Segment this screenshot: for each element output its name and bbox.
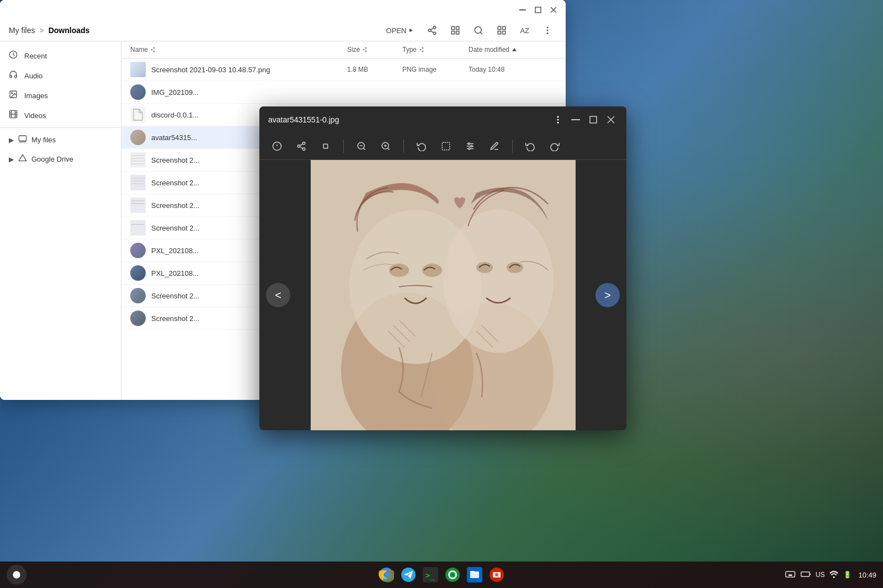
svg-point-45 xyxy=(363,49,365,51)
wifi-indicator[interactable] xyxy=(829,569,839,581)
iv-toolbar xyxy=(259,133,626,160)
iv-maximize-button[interactable] xyxy=(587,113,600,126)
sidebar-item-images[interactable]: Images xyxy=(0,85,121,105)
keyboard-layout-button[interactable] xyxy=(785,569,796,581)
svg-rect-126 xyxy=(785,571,795,577)
home-button[interactable] xyxy=(7,565,26,585)
file-thumbnail xyxy=(130,152,146,168)
draw-button[interactable] xyxy=(486,137,503,155)
svg-line-81 xyxy=(300,144,302,146)
svg-point-103 xyxy=(476,262,493,273)
svg-rect-13 xyxy=(456,31,459,34)
rotate-left-button[interactable] xyxy=(413,137,430,155)
iv-titlebar-actions xyxy=(551,113,618,126)
svg-rect-58 xyxy=(130,175,146,190)
svg-point-69 xyxy=(557,122,559,124)
drive-icon xyxy=(18,154,27,164)
col-name[interactable]: Name xyxy=(130,46,347,54)
iv-minimize-button[interactable] xyxy=(569,113,582,126)
svg-point-93 xyxy=(468,143,470,145)
sidebar-item-google-drive[interactable]: ▶ Google Drive xyxy=(0,149,121,169)
col-type[interactable]: Type xyxy=(402,46,469,54)
taskbar-app-messages[interactable] xyxy=(443,565,462,585)
file-thumbnail xyxy=(130,288,146,303)
svg-point-79 xyxy=(302,148,305,151)
svg-point-50 xyxy=(422,51,424,52)
svg-point-101 xyxy=(389,264,409,277)
artwork-sketch xyxy=(311,160,576,430)
file-manager-toolbar: My files > Downloads OPEN AZ xyxy=(0,20,566,41)
view-toggle-button[interactable] xyxy=(446,23,465,38)
minimize-button[interactable] xyxy=(517,4,528,15)
taskbar-apps: >_ xyxy=(376,565,507,585)
svg-point-125 xyxy=(495,573,498,576)
svg-rect-12 xyxy=(452,31,455,34)
sidebar-item-videos[interactable]: Videos xyxy=(0,105,121,125)
svg-point-25 xyxy=(12,93,13,94)
file-thumbnail xyxy=(130,62,146,77)
table-row[interactable]: Screenshot 2021-09-03 10.48.57.png 1.8 M… xyxy=(121,58,566,81)
locale-indicator[interactable]: US xyxy=(816,571,825,579)
file-thumbnail xyxy=(130,107,146,122)
maximize-button[interactable] xyxy=(533,4,544,15)
sidebar-item-my-files[interactable]: ▶ My files xyxy=(0,130,121,149)
file-thumbnail xyxy=(130,197,146,213)
toolbar-separator xyxy=(343,140,344,153)
taskbar-app-terminal[interactable]: >_ xyxy=(421,565,440,585)
image-viewer-titlebar: avatar5431551-0.jpg xyxy=(259,106,626,133)
svg-text:>_: >_ xyxy=(425,571,435,580)
open-button[interactable]: OPEN xyxy=(382,24,419,37)
image-viewer-window: avatar5431551-0.jpg xyxy=(259,106,626,430)
search-button[interactable] xyxy=(469,23,488,38)
next-image-button[interactable]: > xyxy=(595,283,620,307)
svg-rect-17 xyxy=(503,26,506,29)
svg-rect-70 xyxy=(571,119,580,120)
file-thumbnail xyxy=(130,130,146,145)
svg-line-83 xyxy=(363,148,365,149)
sidebar-label-recent: Recent xyxy=(24,52,47,60)
svg-line-80 xyxy=(300,147,302,148)
svg-point-78 xyxy=(297,145,300,148)
zoom-out-button[interactable] xyxy=(353,137,370,155)
breadcrumb-parent[interactable]: My files xyxy=(9,26,35,35)
clock-display[interactable]: 10:49 xyxy=(858,571,876,579)
svg-rect-71 xyxy=(590,116,597,123)
battery-indicator[interactable] xyxy=(800,569,811,581)
col-size[interactable]: Size xyxy=(347,46,402,54)
chevron-right-icon-drive: ▶ xyxy=(9,156,14,163)
info-button[interactable] xyxy=(268,137,286,155)
svg-point-47 xyxy=(365,51,367,52)
col-date[interactable]: Date modified xyxy=(469,46,557,54)
svg-point-22 xyxy=(547,33,549,34)
redo-button[interactable] xyxy=(546,137,563,155)
more-options-button[interactable] xyxy=(538,23,557,38)
crop-button[interactable] xyxy=(317,137,334,155)
undo-button[interactable] xyxy=(522,137,539,155)
taskbar-app-photos[interactable] xyxy=(487,565,507,585)
sort-button[interactable]: AZ xyxy=(515,24,534,37)
prev-image-button[interactable]: < xyxy=(266,283,290,307)
share-button[interactable] xyxy=(423,23,442,38)
sidebar-item-audio[interactable]: Audio xyxy=(0,66,121,85)
file-thumbnail xyxy=(130,175,146,190)
svg-point-94 xyxy=(471,146,472,147)
zoom-in-button[interactable] xyxy=(377,137,395,155)
close-button[interactable] xyxy=(548,4,559,15)
taskbar-app-chrome[interactable] xyxy=(376,565,396,585)
select-rect-button[interactable] xyxy=(437,137,455,155)
file-name-cell: IMG_202109... xyxy=(130,84,347,100)
taskbar-app-telegram[interactable] xyxy=(398,565,418,585)
iv-share-button[interactable] xyxy=(292,137,310,155)
breadcrumb: My files > Downloads xyxy=(9,26,375,35)
sidebar-divider xyxy=(0,127,121,128)
sidebar-item-recent[interactable]: Recent xyxy=(0,46,121,66)
svg-rect-122 xyxy=(470,571,475,573)
iv-more-button[interactable] xyxy=(551,113,565,126)
tune-button[interactable] xyxy=(461,137,479,155)
iv-close-button[interactable] xyxy=(604,113,618,126)
svg-point-6 xyxy=(429,29,432,32)
table-row[interactable]: IMG_202109... xyxy=(121,81,566,104)
svg-point-104 xyxy=(507,262,523,273)
taskbar-app-files[interactable] xyxy=(465,565,485,585)
grid-view-button[interactable] xyxy=(492,23,511,38)
